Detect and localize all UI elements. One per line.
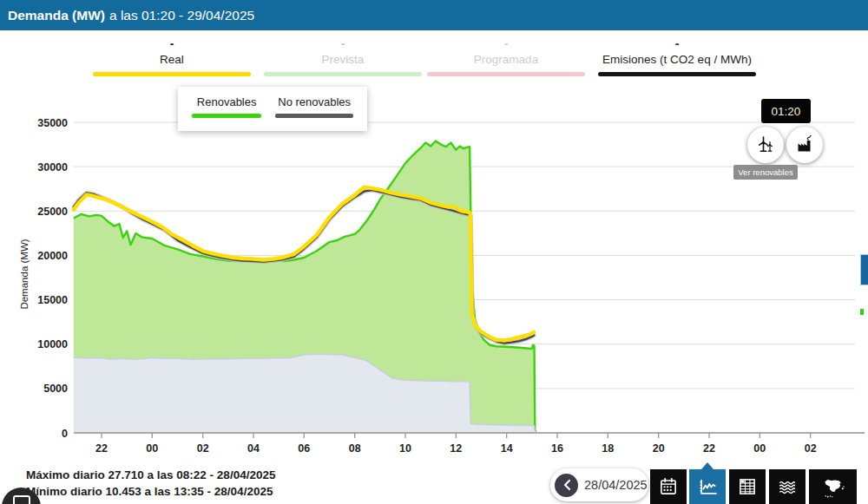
y-tick-label: 10000 — [37, 338, 68, 350]
toggle-label: Renovables — [192, 95, 261, 108]
factory-icon — [794, 134, 815, 155]
y-tick-label: 0 — [62, 428, 68, 440]
ver-renovables-tooltip: Ver renovables — [733, 165, 798, 180]
toggle-label: No renovables — [275, 95, 353, 108]
renewables-toggle-box: Renovables No renovables — [178, 87, 367, 131]
line-chart-view-button[interactable] — [689, 469, 726, 504]
x-tick-label: 22 — [95, 442, 108, 455]
toggle-color-bar — [275, 114, 353, 118]
x-tick-label: 14 — [501, 442, 513, 455]
spain-map-icon — [820, 474, 846, 500]
page-title-time: a las 01:20 - 29/04/2025 — [109, 8, 254, 23]
x-tick-label: 02 — [805, 442, 817, 455]
legend-value-dash: - — [264, 38, 422, 51]
edge-widget-bar[interactable] — [860, 254, 868, 285]
x-tick-label: 10 — [399, 442, 411, 455]
y-tick-label: 25000 — [37, 206, 68, 218]
header-bar: Demanda (MW) a las 01:20 - 29/04/2025 — [0, 0, 868, 30]
legend-value-dash: - — [427, 38, 585, 51]
waves-icon — [776, 475, 799, 498]
legend-label: Prevista — [264, 51, 422, 68]
x-tick-label: 18 — [602, 442, 614, 455]
toggle-no-renovables[interactable]: No renovables — [275, 95, 353, 131]
x-tick-label: 00 — [146, 442, 158, 455]
edge-widget-dot — [860, 309, 864, 315]
x-tick-label: 02 — [197, 442, 209, 455]
calendar-button[interactable] — [650, 469, 687, 504]
selected-view-pointer — [701, 462, 713, 469]
x-tick-label: 08 — [349, 442, 361, 455]
selected-date: 28/04/2025 — [584, 478, 648, 492]
toggle-renovables[interactable]: Renovables — [192, 95, 261, 131]
date-navigator: 28/04/2025 — [550, 468, 648, 501]
toggle-color-bar — [192, 114, 261, 118]
x-tick-label: 04 — [247, 442, 260, 455]
legend-item-emisiones[interactable]: - Emisiones (t CO2 eq / MWh) — [598, 38, 756, 76]
legend-color-bar — [264, 72, 422, 76]
legend-value-dash: - — [93, 38, 251, 51]
y-tick-label: 15000 — [37, 294, 68, 306]
page-title: Demanda (MW) — [8, 8, 105, 23]
spain-map-button[interactable] — [809, 469, 857, 504]
y-tick-label: 20000 — [37, 250, 68, 262]
screen-icon — [13, 495, 30, 504]
legend-label: Emisiones (t CO2 eq / MWh) — [598, 51, 756, 68]
legend-color-bar — [598, 72, 756, 76]
daily-min-text: Mínimo diario 10.453 a las 13:35 - 28/04… — [26, 485, 273, 498]
x-tick-label: 06 — [298, 442, 310, 455]
x-tick-label: 16 — [551, 442, 563, 455]
y-tick-label: 35000 — [37, 117, 68, 129]
legend-value-dash: - — [598, 38, 756, 51]
legend-item-programada[interactable]: - Programada — [427, 38, 585, 76]
previous-day-button[interactable] — [555, 474, 578, 497]
line-chart-icon — [696, 475, 720, 499]
legend-color-bar — [427, 72, 585, 76]
legend-label: Real — [93, 51, 251, 68]
x-tick-label: 20 — [653, 442, 665, 455]
legend-item-prevista[interactable]: - Prevista — [264, 38, 422, 76]
x-tick-label: 00 — [753, 442, 766, 455]
wind-turbine-icon — [755, 134, 776, 155]
x-tick-label: 12 — [450, 442, 462, 455]
factory-button[interactable] — [786, 127, 823, 163]
table-icon — [736, 475, 759, 498]
y-tick-label: 30000 — [37, 161, 68, 173]
y-tick-label: 5000 — [43, 383, 68, 395]
legend-color-bar — [93, 72, 251, 76]
daily-max-text: Máximo diario 27.710 a las 08:22 - 28/04… — [26, 468, 275, 481]
streamgraph-view-button[interactable] — [769, 469, 806, 504]
legend-item-real[interactable]: - Real — [93, 38, 251, 76]
chevron-left-icon — [562, 479, 571, 491]
time-tooltip: 01:20 — [761, 99, 811, 123]
calendar-icon — [657, 475, 680, 498]
table-view-button[interactable] — [729, 469, 766, 504]
wind-turbine-button[interactable] — [747, 127, 784, 163]
x-tick-label: 22 — [703, 442, 715, 455]
y-axis-title: Demanda (MW) — [19, 226, 30, 322]
legend-label: Programada — [427, 51, 585, 68]
